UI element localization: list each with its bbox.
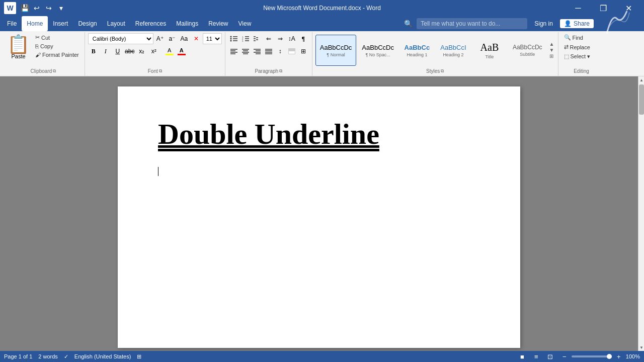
style-heading2[interactable]: AaBbCcI Heading 2 <box>436 35 471 66</box>
share-button[interactable]: 👤 Share <box>560 19 594 28</box>
style-heading1[interactable]: AaBbCc Heading 1 <box>399 35 435 66</box>
proofing-icon[interactable]: ✓ <box>64 353 68 360</box>
align-center-button[interactable] <box>240 46 251 57</box>
redo-button[interactable]: ↪ <box>43 3 54 14</box>
style-h2-preview: AaBbCcI <box>440 44 466 51</box>
font-row-2: B I U abc x₂ x² A A <box>88 46 187 57</box>
status-bar: Page 1 of 1 2 words ✓ English (United St… <box>0 351 644 362</box>
show-hide-button[interactable]: ¶ <box>298 33 309 44</box>
clipboard-label: Clipboard ⧉ <box>5 67 82 75</box>
styles-scroll-down[interactable]: ▼ <box>549 47 555 53</box>
font-family-select[interactable]: Calibri (Body) <box>88 33 153 44</box>
web-layout-button[interactable]: ⊡ <box>545 352 555 361</box>
scroll-down-arrow[interactable]: ▼ <box>638 344 644 351</box>
format-painter-button[interactable]: 🖌 Format Painter <box>33 51 82 59</box>
numbering-button[interactable]: 1.2.3. <box>240 33 251 44</box>
menu-review[interactable]: Review <box>203 16 233 31</box>
styles-content: AaBbCcDc ¶ Normal AaBbCcDc ¶ No Spac... … <box>315 33 555 67</box>
sign-in-button[interactable]: Sign in <box>531 19 556 28</box>
shading-button[interactable] <box>286 46 297 57</box>
decrease-indent-button[interactable]: ⇐ <box>263 33 274 44</box>
menu-file[interactable]: File <box>2 16 22 31</box>
styles-gallery: AaBbCcDc ¶ Normal AaBbCcDc ¶ No Spac... … <box>315 35 547 66</box>
zoom-level: 100% <box>626 353 640 359</box>
underline-button[interactable]: U <box>112 46 123 57</box>
font-content: Calibri (Body) A⁺ a⁻ Aa ✕ 11 B I U abc x… <box>88 33 222 67</box>
style-no-spacing[interactable]: AaBbCcDc ¶ No Spac... <box>357 35 398 66</box>
select-label: Select ▾ <box>571 53 591 60</box>
line-spacing-button[interactable]: ↕ <box>275 46 286 57</box>
zoom-slider[interactable] <box>572 355 612 357</box>
style-title-label: Title <box>486 54 494 59</box>
document-content: Double Underline <box>158 117 480 262</box>
document-page[interactable]: Double Underline <box>118 86 520 348</box>
multilevel-list-button[interactable] <box>252 33 263 44</box>
justify-button[interactable] <box>263 46 274 57</box>
align-right-button[interactable] <box>252 46 263 57</box>
scrollbar-thumb[interactable] <box>639 84 644 115</box>
select-button[interactable]: ⬚ Select ▾ <box>561 52 602 61</box>
save-button[interactable]: 💾 <box>19 3 30 14</box>
find-button[interactable]: 🔍 Find <box>561 33 602 42</box>
paste-icon: 📋 <box>7 35 30 53</box>
superscript-button[interactable]: x² <box>148 46 159 57</box>
menu-layout[interactable]: Layout <box>102 16 130 31</box>
status-right: ■ ≡ ⊡ − + 100% <box>517 352 640 361</box>
print-layout-view-button[interactable]: ■ <box>517 352 527 361</box>
subscript-button[interactable]: x₂ <box>136 46 147 57</box>
strikethrough-button[interactable]: abc <box>124 46 135 57</box>
cut-button[interactable]: ✂ Cut <box>33 33 82 42</box>
macro-icon[interactable]: ⊞ <box>137 353 141 360</box>
cursor-area[interactable] <box>158 162 480 262</box>
italic-button[interactable]: I <box>100 46 111 57</box>
replace-button[interactable]: ⇄ Replace <box>561 43 602 51</box>
language[interactable]: English (United States) <box>74 353 131 359</box>
document-scroll-area[interactable]: Double Underline <box>0 76 638 351</box>
minimize-button[interactable]: ─ <box>567 0 590 16</box>
zoom-thumb[interactable] <box>607 354 612 359</box>
styles-scroll-up[interactable]: ▲ <box>549 41 555 47</box>
menu-home[interactable]: Home <box>22 16 48 31</box>
paste-button[interactable]: 📋 Paste <box>5 33 32 61</box>
clear-formatting-button[interactable]: ✕ <box>191 33 202 44</box>
font-size-increase-button[interactable]: A⁺ <box>154 33 166 44</box>
bullets-button[interactable] <box>228 33 239 44</box>
more-quick-access-button[interactable]: ▾ <box>55 3 66 14</box>
sort-button[interactable]: ↕A <box>286 33 297 44</box>
menu-references[interactable]: References <box>130 16 171 31</box>
zoom-in-button[interactable]: + <box>614 352 624 361</box>
menu-mailings[interactable]: Mailings <box>171 16 203 31</box>
style-normal[interactable]: AaBbCcDc ¶ Normal <box>315 35 357 66</box>
title-bar-left: W 💾 ↩ ↪ ▾ <box>4 2 66 14</box>
increase-indent-button[interactable]: ⇒ <box>275 33 286 44</box>
word-icon: W <box>4 2 16 14</box>
text-highlight-button[interactable]: A <box>164 46 175 57</box>
menu-view[interactable]: View <box>233 16 257 31</box>
style-nospace-preview: AaBbCcDc <box>362 44 394 51</box>
undo-button[interactable]: ↩ <box>31 3 42 14</box>
font-color-button[interactable]: A <box>176 46 187 57</box>
word-count: 2 words <box>38 353 58 359</box>
bold-button[interactable]: B <box>88 46 99 57</box>
font-size-decrease-button[interactable]: a⁻ <box>167 33 178 44</box>
font-size-select[interactable]: 11 <box>203 33 222 44</box>
align-left-button[interactable] <box>228 46 239 57</box>
zoom-out-button[interactable]: − <box>559 352 570 361</box>
document-title-text[interactable]: Double Underline <box>158 117 480 152</box>
style-title[interactable]: AaB Title <box>472 35 507 66</box>
style-subtitle-preview: AaBbCcDc <box>513 44 542 51</box>
read-mode-button[interactable]: ≡ <box>531 352 541 361</box>
clipboard-content: 📋 Paste ✂ Cut ⎘ Copy 🖌 Format Painter <box>5 33 82 67</box>
menu-insert[interactable]: Insert <box>48 16 73 31</box>
svg-point-2 <box>230 38 231 40</box>
change-case-button[interactable]: Aa <box>179 33 190 44</box>
menu-design[interactable]: Design <box>73 16 102 31</box>
style-subtitle[interactable]: AaBbCcDc Subtitle <box>508 35 547 66</box>
search-input[interactable] <box>417 18 527 29</box>
vertical-scrollbar[interactable]: ▲ ▼ <box>638 76 644 351</box>
borders-button[interactable]: ⊞ <box>298 46 309 57</box>
clipboard-group: 📋 Paste ✂ Cut ⎘ Copy 🖌 Format Painter C <box>2 32 85 76</box>
scroll-up-arrow[interactable]: ▲ <box>638 76 644 83</box>
copy-button[interactable]: ⎘ Copy <box>33 42 82 50</box>
styles-more-button[interactable]: ⊞ <box>549 53 555 59</box>
